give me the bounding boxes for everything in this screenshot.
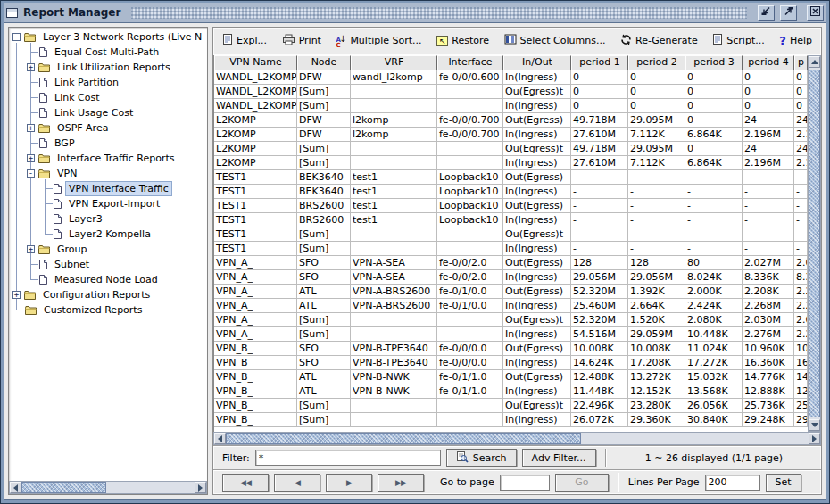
table-row[interactable]: VPN_A_[Sum]In(Ingress)54.516M29.059M10.4… (214, 327, 808, 342)
scroll-right-button[interactable] (195, 482, 206, 493)
tree-item-vpn[interactable]: -VPN (11, 166, 207, 181)
tree-item-link-utilization-reports[interactable]: +Link Utilization Reports (11, 60, 207, 75)
table-row[interactable]: TEST1BRS2600test1Loopback10In(Ingress)--… (214, 213, 808, 227)
scrollbar-track[interactable] (581, 433, 809, 444)
table-row[interactable]: L2KOMPDFWl2kompfe-0/0/0.700Out(Egress)49… (214, 113, 808, 128)
scrollbar-track[interactable] (106, 482, 195, 493)
scroll-up-button[interactable] (809, 56, 820, 68)
tree-item-link-usage-cost[interactable]: Link Usage Cost (11, 105, 207, 120)
expander-plus-icon[interactable]: + (27, 245, 35, 253)
tree-item-link-partition[interactable]: Link Partition (11, 75, 207, 90)
tree-item-layer3[interactable]: Layer3 (11, 211, 207, 227)
scroll-down-button[interactable] (809, 419, 820, 431)
table-row[interactable]: TEST1[Sum]In(Ingress)----- (214, 242, 808, 256)
table-row[interactable]: VPN_A_SFOVPN-A-SEAfe-0/0/2.0Out(Egress)1… (214, 256, 808, 270)
tree-item-bgp[interactable]: BGP (11, 136, 207, 151)
column-header-interface[interactable]: Interface (437, 55, 503, 70)
table-row[interactable]: VPN_B_[Sum]In(Ingress)26.072K29.360K30.8… (214, 413, 808, 427)
table-row[interactable]: L2KOMPDFWl2kompfe-0/0/0.700In(Ingress)27… (214, 128, 808, 142)
column-header-period-3[interactable]: period 3 (685, 55, 743, 70)
toolbar-button-multiple-sort[interactable]: AC↓Multiple Sort... (336, 33, 422, 48)
iconify-button[interactable] (758, 5, 775, 21)
table-row[interactable]: VPN_B_ATLVPN-B-NWKfe-0/1/1.0Out(Egress)1… (214, 370, 808, 384)
column-header-period-2[interactable]: period 2 (628, 55, 685, 70)
close-button[interactable] (807, 5, 824, 21)
lines-per-page-input[interactable] (705, 475, 760, 491)
table-row[interactable]: TEST1BEK3640test1Loopback10In(Ingress)--… (214, 185, 808, 199)
table-row[interactable]: VPN_B_[Sum]Ou(Egress)t22.496K23.280K26.0… (214, 399, 808, 413)
expander-plus-icon[interactable]: + (12, 291, 21, 299)
expander-plus-icon[interactable]: + (27, 154, 35, 162)
table-row[interactable]: TEST1BRS2600test1Loopback10Out(Egress)--… (214, 199, 808, 213)
tree-item-subnet[interactable]: Subnet (11, 257, 207, 272)
column-header-in-out[interactable]: In/Out (503, 55, 571, 70)
scroll-left-button[interactable] (10, 482, 21, 493)
tree-item-interface-traffic-reports[interactable]: +Interface Traffic Reports (11, 151, 207, 166)
toolbar-button-print[interactable]: Print (282, 34, 321, 48)
last-page-icon: ▶▶ (395, 478, 406, 487)
search-button[interactable]: Search (446, 449, 517, 467)
page-input[interactable] (500, 475, 550, 491)
tree-item-measured-node-load[interactable]: Measured Node Load (11, 272, 207, 287)
table-row[interactable]: L2KOMP[Sum]In(Ingress)27.610M7.112K6.864… (214, 156, 808, 170)
scroll-right-button[interactable] (809, 433, 820, 444)
table-row[interactable]: VPN_A_ATLVPN-A-BRS2600fe-0/1/0.0Out(Egre… (214, 285, 808, 299)
expander-plus-icon[interactable]: + (27, 124, 35, 132)
tree-item-layer-3-network-reports-live-n[interactable]: -Layer 3 Network Reports (Live N (11, 29, 207, 45)
column-header-vpn-name[interactable]: VPN Name (214, 55, 297, 70)
table-row[interactable]: L2KOMP[Sum]Ou(Egress)t49.718M29.095M0242… (214, 142, 808, 156)
tree-item-equal-cost-multi-path[interactable]: Equal Cost Multi-Path (11, 45, 207, 60)
table-row[interactable]: VPN_B_SFOVPN-B-TPE3640fe-0/0/0.0In(Ingre… (214, 356, 808, 370)
table-row[interactable]: TEST1BEK3640test1Loopback10Out(Egress)--… (214, 170, 808, 185)
table-row[interactable]: WANDL_L2KOMP[Sum]Ou(Egress)t00000 (214, 85, 808, 99)
scrollbar-thumb[interactable] (226, 433, 581, 444)
tree-horizontal-scrollbar[interactable] (9, 481, 207, 494)
table-row[interactable]: TEST1[Sum]Ou(Egress)t----- (214, 227, 808, 242)
tree-item-layer2-kompella[interactable]: Layer2 Kompella (11, 227, 207, 242)
toolbar-button-select-columns[interactable]: Select Columns... (504, 34, 606, 47)
maximize-button[interactable] (780, 5, 797, 21)
tree-item-group[interactable]: +Group (11, 242, 207, 257)
table-horizontal-scrollbar[interactable] (213, 432, 821, 445)
table-row[interactable]: VPN_A_ATLVPN-A-BRS2600fe-0/1/0.0In(Ingre… (214, 299, 808, 313)
scroll-left-button[interactable] (214, 433, 226, 444)
toolbar-button-help[interactable]: ?Help (779, 34, 812, 47)
prev-page-button[interactable]: ◀ (274, 474, 320, 492)
tree-item-configuration-reports[interactable]: +Configuration Reports (11, 287, 207, 302)
first-page-button[interactable]: ◀◀ (222, 474, 269, 492)
toolbar-button-script[interactable]: Script... (712, 33, 764, 48)
last-page-button[interactable]: ▶▶ (378, 474, 424, 492)
tree-item-vpn-export-import[interactable]: VPN Export-Import (11, 196, 207, 211)
expander-minus-icon[interactable]: - (27, 169, 35, 178)
table-vertical-scrollbar[interactable] (808, 55, 821, 432)
column-header-period-4[interactable]: period 4 (743, 55, 794, 70)
table-cell: 29.248K (743, 413, 794, 427)
table-row[interactable]: WANDL_L2KOMPDFWwandl_l2kompfe-0/0/0.600I… (214, 70, 808, 85)
table-row[interactable]: VPN_B_ATLVPN-B-NWKfe-0/1/1.0In(Ingress)1… (214, 384, 808, 399)
filter-input[interactable] (255, 450, 441, 466)
titlebar[interactable]: Report Manager (4, 3, 826, 22)
column-header-vrf[interactable]: VRF (351, 55, 437, 70)
scrollbar-thumb[interactable] (809, 70, 820, 417)
table-row[interactable]: WANDL_L2KOMP[Sum]In(Ingress)00000 (214, 99, 808, 113)
adv-filter-button[interactable]: Adv Filter... (522, 449, 596, 467)
toolbar-button-re-generate[interactable]: Re-Generate (620, 34, 698, 48)
set-button[interactable]: Set (766, 474, 801, 492)
table-row[interactable]: VPN_B_SFOVPN-B-TPE3640fe-0/0/0.0Out(Egre… (214, 342, 808, 356)
next-page-button[interactable]: ▶ (326, 474, 372, 492)
go-button[interactable]: Go (555, 474, 609, 492)
table-row[interactable]: VPN_A_SFOVPN-A-SEAfe-0/0/2.0In(Ingress)2… (214, 270, 808, 285)
column-header-period-1[interactable]: period 1 (571, 55, 628, 70)
tree-item-link-cost[interactable]: Link Cost (11, 90, 207, 105)
tree-item-ospf-area[interactable]: +OSPF Area (11, 120, 207, 136)
column-header-node[interactable]: Node (297, 55, 351, 70)
tree-item-vpn-interface-traffic[interactable]: VPN Interface Traffic (11, 181, 207, 196)
expander-plus-icon[interactable]: + (27, 63, 35, 71)
table-row[interactable]: VPN_A_[Sum]Ou(Egress)t52.320M1.520K2.080… (214, 313, 808, 327)
tree-item-customized-reports[interactable]: Customized Reports (11, 302, 207, 318)
scrollbar-thumb[interactable] (21, 482, 106, 493)
column-header-p[interactable]: p (794, 55, 808, 70)
toolbar-button-restore[interactable]: ↖Restore (436, 35, 489, 46)
expander-minus-icon[interactable]: - (12, 33, 21, 41)
toolbar-button-expl[interactable]: Expl... (222, 33, 267, 48)
